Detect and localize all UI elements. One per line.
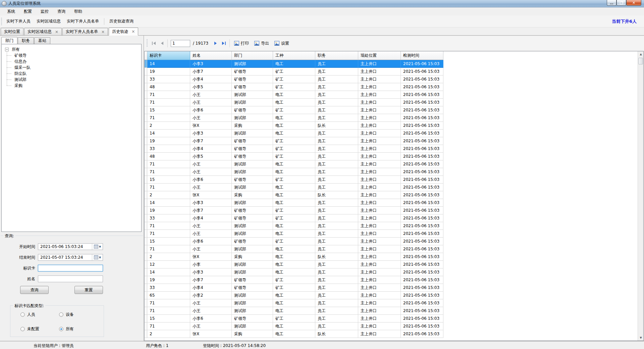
card-input[interactable]: [38, 265, 103, 271]
menu-item[interactable]: 配置: [19, 8, 36, 15]
table-row[interactable]: 12小李测试部电工员工主上井口2021-05-06 15:03: [145, 261, 443, 268]
table-row[interactable]: 71小王测试部电工员工主上井口2021-05-06 15:03: [145, 99, 443, 106]
print-button[interactable]: 打印: [231, 39, 252, 48]
radio-option[interactable]: 所有: [59, 326, 98, 332]
table-row[interactable]: 71小王测试部电工员工主上井口2021-05-06 15:03: [145, 184, 443, 191]
table-row[interactable]: 2张X采购电工队长主上井口2021-05-06 15:03: [145, 191, 443, 199]
name-input[interactable]: [38, 276, 103, 282]
menu-item[interactable]: 系统: [3, 8, 19, 15]
column-header[interactable]: 职务: [315, 51, 358, 60]
table-row[interactable]: 48小李5矿领导矿工员工主上井口2021-05-06 15:03: [145, 153, 443, 160]
export-button[interactable]: 导出: [252, 39, 272, 48]
table-row[interactable]: 2张X采购电工队长主上井口2021-05-06 15:03: [145, 253, 443, 261]
close-button[interactable]: ✕: [626, 0, 641, 6]
tree-item[interactable]: 矿领导: [3, 52, 140, 58]
table-row[interactable]: 14小李3测试部电工员工主上井口2021-05-06 15:03: [145, 199, 443, 207]
start-time-dropdown[interactable]: ▼: [92, 244, 103, 250]
toolbar-button[interactable]: 实时下井人员名单: [64, 17, 102, 26]
tab-item[interactable]: 实时下井人员名单×: [62, 28, 108, 35]
table-row[interactable]: 2张X采购电工队长主上井口2021-05-06 15:03: [145, 330, 443, 338]
table-row[interactable]: 19小李7矿领导矿工员工主上井口2021-05-06 15:03: [145, 207, 443, 214]
table-row[interactable]: 15小李6矿领导矿工员工主上井口2021-05-06 15:03: [145, 106, 443, 114]
table-row[interactable]: 71小王测试部电工员工主上井口2021-05-06 15:03: [145, 245, 443, 253]
column-header[interactable]: 工种: [273, 51, 315, 60]
scroll-up-icon[interactable]: ▲: [638, 51, 644, 57]
table-row[interactable]: 14小李3测试部电工员工主上井口2021-05-06 15:03: [145, 268, 443, 276]
page-number-input[interactable]: [171, 40, 190, 47]
table-row[interactable]: 71小王测试部电工员工主上井口2021-05-06 15:03: [145, 230, 443, 238]
tab-close-icon[interactable]: ×: [101, 30, 105, 34]
table-row[interactable]: 71小王测试部电工员工主上井口2021-05-06 15:03: [145, 168, 443, 176]
tab-close-icon[interactable]: ×: [55, 30, 58, 34]
tree-root-node[interactable]: − 所有: [3, 46, 140, 52]
next-page-button[interactable]: [212, 39, 220, 47]
column-header[interactable]: 部门: [232, 51, 273, 60]
scroll-down-icon[interactable]: ▼: [638, 335, 644, 341]
menu-item[interactable]: 帮助: [70, 8, 87, 15]
search-button[interactable]: 查询: [20, 286, 49, 294]
filter-tab[interactable]: 基站: [34, 37, 50, 44]
tab-item[interactable]: 实时位置: [1, 28, 23, 35]
table-row[interactable]: 71小王测试部电工员工主上井口2021-05-06 15:03: [145, 91, 443, 99]
toolbar-button[interactable]: 实时下井人员: [3, 17, 34, 26]
prev-page-button[interactable]: [158, 39, 166, 47]
end-time-dropdown[interactable]: ▼: [92, 254, 103, 260]
tab-close-icon[interactable]: ×: [131, 30, 135, 34]
filter-tab[interactable]: 部门: [1, 37, 17, 44]
column-header[interactable]: 标识卡: [147, 51, 190, 60]
column-header[interactable]: 检测时间: [401, 51, 443, 60]
table-row[interactable]: 71小王测试部电工员工主上井口2021-05-06 15:03: [145, 307, 443, 315]
table-row[interactable]: 33小李4矿领导矿工员工主上井口2021-05-06 15:03: [145, 284, 443, 292]
table-row[interactable]: 14小李3测试部电工员工主上井口2021-05-06 15:03: [145, 130, 443, 137]
tree-item[interactable]: 信息办: [3, 58, 140, 64]
tree-item[interactable]: 采购: [3, 83, 140, 89]
table-row[interactable]: 15小李6矿领导矿工员工主上井口2021-05-06 15:03: [145, 238, 443, 245]
first-page-button[interactable]: [150, 39, 158, 47]
end-time-picker[interactable]: 2021-05-07 15:03:24 ▼: [38, 254, 103, 261]
table-row[interactable]: 19小李7矿领导矿工员工主上井口2021-05-06 15:03: [145, 276, 443, 284]
table-row[interactable]: 33小李4矿领导矿工员工主上井口2021-05-06 15:03: [145, 214, 443, 222]
toolbar-button[interactable]: 实时区域信息: [34, 17, 64, 26]
table-row[interactable]: 14小李3测试部电工员工主上井口2021-05-06 15:03: [145, 60, 443, 68]
radio-option[interactable]: 未配置: [20, 326, 59, 332]
toolbar-grip[interactable]: [1, 18, 2, 25]
table-row[interactable]: 33小李4矿领导矿工员工主上井口2021-05-06 15:03: [145, 76, 443, 83]
table-row[interactable]: 33小李4矿领导矿工员工主上井口2021-05-06 15:03: [145, 145, 443, 153]
menu-item[interactable]: 监控: [36, 8, 53, 15]
column-header[interactable]: 现处位置: [358, 51, 401, 60]
radio-option[interactable]: 设备: [59, 312, 98, 317]
table-row[interactable]: 2张X采购电工队长主上井口2021-05-06 15:03: [145, 122, 443, 130]
start-time-picker[interactable]: 2021-05-06 15:03:24 ▼: [38, 243, 103, 250]
table-row[interactable]: 71小王测试部电工员工主上井口2021-05-06 15:03: [145, 160, 443, 168]
tree-item[interactable]: 测试部: [3, 77, 140, 83]
table-row[interactable]: 65小李2测试部电工员工主上井口2021-05-06 15:03: [145, 292, 443, 299]
settings-button[interactable]: 设置: [272, 39, 292, 48]
menu-item[interactable]: 查询: [53, 8, 70, 15]
table-row[interactable]: 71小王测试部电工员工主上井口2021-05-06 15:03: [145, 322, 443, 330]
tab-item[interactable]: 历史轨迹×: [109, 28, 138, 36]
reset-button[interactable]: 重置: [74, 286, 103, 294]
tree-item[interactable]: 防尘队: [3, 70, 140, 77]
table-row[interactable]: 71小王测试部电工员工主上井口2021-05-06 15:03: [145, 222, 443, 230]
table-row[interactable]: 19小李7矿领导矿工员工主上井口2021-05-06 15:03: [145, 68, 443, 76]
column-header[interactable]: 姓名: [190, 51, 232, 60]
table-row[interactable]: 15小李6矿领导矿工员工主上井口2021-05-06 15:03: [145, 315, 443, 322]
minimize-button[interactable]: [607, 0, 616, 6]
filter-tab[interactable]: 职务: [18, 37, 34, 44]
table-row[interactable]: 19小李7矿领导矿工员工主上井口2021-05-06 15:03: [145, 137, 443, 145]
radio-option[interactable]: 人员: [20, 312, 59, 317]
table-row[interactable]: 71小王测试部电工员工主上井口2021-05-06 15:03: [145, 299, 443, 307]
table-row[interactable]: 71小王测试部电工员工主上井口2021-05-06 15:03: [145, 114, 443, 122]
last-page-button[interactable]: [220, 39, 228, 47]
tree-collapse-icon[interactable]: −: [5, 48, 9, 51]
table-row[interactable]: 48小李5矿领导矿工员工主上井口2021-05-06 15:03: [145, 83, 443, 91]
tab-item[interactable]: 实时区域信息×: [24, 28, 62, 35]
pager-grip[interactable]: [147, 39, 148, 47]
vertical-scrollbar[interactable]: ▲ ▼: [638, 51, 643, 341]
toolbar-button[interactable]: 历史轨迹查询: [106, 17, 137, 26]
table-cell: 2021-05-06 15:03: [401, 292, 443, 299]
tree-item[interactable]: 煤采一队: [3, 64, 140, 70]
restore-button[interactable]: [616, 0, 626, 6]
table-row[interactable]: 15小李6矿领导矿工员工主上井口2021-05-06 15:03: [145, 176, 443, 184]
scrollbar-thumb[interactable]: [638, 58, 643, 64]
